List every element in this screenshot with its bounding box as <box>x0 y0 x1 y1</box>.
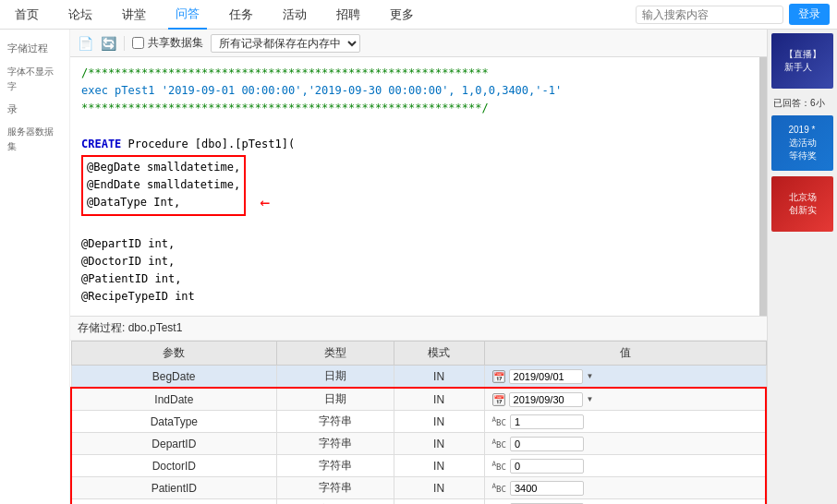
col-param: 参数 <box>71 342 276 366</box>
right-card-1-text: 【直播】新手人 <box>782 46 823 76</box>
param-table: 参数 类型 模式 值 BegDate日期IN📅▼IndDate日期IN📅▼Dat… <box>70 341 767 504</box>
code-exec-line: exec pTest1 '2019-09-01 00:00:00','2019-… <box>81 82 748 100</box>
param-table-wrapper[interactable]: 参数 类型 模式 值 BegDate日期IN📅▼IndDate日期IN📅▼Dat… <box>70 341 767 504</box>
param-value-cell: ABC <box>484 411 766 433</box>
param-enddate: @EndDate smalldatetime, <box>87 176 240 194</box>
procedure-def: Procedure [dbo].[pTest1]( <box>128 138 296 150</box>
param-type-cell: 字符串 <box>276 477 394 499</box>
right-card-3[interactable]: 北京场创新实 <box>771 176 833 232</box>
right-reply-label: 已回答：6小 <box>771 94 833 112</box>
sidebar-label-3: 录 <box>0 98 69 122</box>
nav-jobs[interactable]: 招聘 <box>329 1 368 29</box>
share-dataset-input[interactable] <box>132 37 144 49</box>
param-name-cell: IndDate <box>71 388 276 411</box>
param-name-cell: DepartID <box>71 433 276 455</box>
nav-activities[interactable]: 活动 <box>275 1 314 29</box>
param-value-cell: ABC <box>484 499 766 505</box>
sidebar-label-4: 服务器数据集 <box>0 121 69 158</box>
bottom-header: 存储过程: dbo.pTest1 <box>70 317 767 341</box>
col-type: 类型 <box>276 342 394 366</box>
param-recipetypeid: @RecipeTypeID int <box>81 288 748 306</box>
memory-option-select[interactable]: 所有记录都保存在内存中 <box>211 34 360 53</box>
param-value-cell: ABC <box>484 477 766 499</box>
top-navigation: 首页 论坛 讲堂 问答 任务 活动 招聘 更多 登录 <box>0 0 837 30</box>
nav-tasks[interactable]: 任务 <box>222 1 261 29</box>
text-type-icon: ABC <box>492 482 506 494</box>
param-doctorid: @DoctorID int, <box>81 253 748 270</box>
nav-lectures[interactable]: 讲堂 <box>115 1 153 29</box>
param-mode-cell: IN <box>394 477 484 499</box>
text-type-icon: ABC <box>492 415 506 427</box>
nav-qa[interactable]: 问答 <box>168 0 207 30</box>
text-type-icon: ABC <box>492 438 506 450</box>
left-sidebar: 字储过程 字体不显示字 录 服务器数据集 <box>0 30 70 504</box>
param-name-cell: DataType <box>71 411 276 433</box>
sidebar-label-1: 字储过程 <box>0 37 69 61</box>
param-mode-cell: IN <box>394 366 484 389</box>
main-layout: 字储过程 字体不显示字 录 服务器数据集 📄 🔄 共享数据集 所有记录都保存在内… <box>0 30 837 504</box>
right-card-2[interactable]: 2019 *选活动等待奖 <box>771 115 833 171</box>
param-name-cell: BegDate <box>71 366 276 389</box>
param-type-cell: 字符串 <box>276 499 394 505</box>
param-datatype: @DataType Int, <box>87 194 240 211</box>
code-blank-1 <box>81 118 748 136</box>
param-value-cell: ABC <box>484 433 766 455</box>
text-value-input[interactable] <box>510 414 584 429</box>
search-input[interactable] <box>636 6 783 24</box>
table-row: PatientID字符串INABC <box>71 477 766 499</box>
center-panel: 📄 🔄 共享数据集 所有记录都保存在内存中 /*****************… <box>70 30 767 504</box>
nav-search-area: 登录 <box>436 4 830 25</box>
param-mode-cell: IN <box>394 455 484 477</box>
refresh-icon[interactable]: 🔄 <box>101 36 116 51</box>
param-value-cell[interactable]: 📅▼ <box>484 366 766 389</box>
param-mode-cell: IN <box>394 411 484 433</box>
nav-home[interactable]: 首页 <box>7 1 46 29</box>
param-begdate: @BegDate smalldatetime, <box>87 159 240 176</box>
right-card-2-text: 2019 *选活动等待奖 <box>787 122 819 164</box>
text-type-icon: ABC <box>492 460 506 472</box>
date-icon: 📅 <box>492 393 505 406</box>
login-button[interactable]: 登录 <box>789 4 830 25</box>
create-keyword: CREATE <box>81 138 121 150</box>
nav-forum[interactable]: 论坛 <box>61 1 100 29</box>
right-card-1[interactable]: 【直播】新手人 <box>771 33 833 89</box>
code-comment-1: /***************************************… <box>81 65 748 82</box>
table-row: IndDate日期IN📅▼ <box>71 388 766 411</box>
toolbar: 📄 🔄 共享数据集 所有记录都保存在内存中 <box>70 30 767 57</box>
date-value-input[interactable] <box>509 369 583 384</box>
param-name-cell: DoctorID <box>71 455 276 477</box>
table-row: RecipeTypeID字符串INABC <box>71 499 766 505</box>
file-icon[interactable]: 📄 <box>78 36 93 51</box>
col-value: 值 <box>484 342 766 366</box>
nav-more[interactable]: 更多 <box>382 1 421 29</box>
code-editor[interactable]: /***************************************… <box>70 57 767 316</box>
right-card-3-text: 北京场创新实 <box>787 189 819 219</box>
param-type-cell: 字符串 <box>276 455 394 477</box>
right-sidebar: 【直播】新手人 已回答：6小 2019 *选活动等待奖 北京场创新实 <box>767 30 837 504</box>
table-row: DataType字符串INABC <box>71 411 766 433</box>
param-type-cell: 字符串 <box>276 411 394 433</box>
param-departid: @DepartID int, <box>81 235 748 253</box>
param-value-cell: ABC <box>484 455 766 477</box>
col-mode: 模式 <box>394 342 484 366</box>
text-value-input[interactable] <box>510 437 584 451</box>
param-mode-cell: IN <box>394 388 484 411</box>
param-type-cell: 日期 <box>276 388 394 411</box>
date-icon: 📅 <box>492 370 505 383</box>
code-blank-3 <box>81 306 748 316</box>
date-value-input[interactable] <box>509 392 583 407</box>
param-type-cell: 字符串 <box>276 433 394 455</box>
text-value-input[interactable] <box>510 459 584 474</box>
code-blank-2 <box>81 218 748 235</box>
dropdown-arrow-icon[interactable]: ▼ <box>587 395 594 403</box>
param-mode-cell: IN <box>394 499 484 505</box>
text-value-input[interactable] <box>510 481 584 496</box>
param-patientid: @PatientID int, <box>81 270 748 288</box>
bottom-panel: 存储过程: dbo.pTest1 参数 类型 模式 值 BegDate <box>70 316 767 504</box>
table-row: DepartID字符串INABC <box>71 433 766 455</box>
share-dataset-checkbox[interactable]: 共享数据集 <box>132 35 203 51</box>
editor-container: /***************************************… <box>70 57 767 504</box>
dropdown-arrow-icon[interactable]: ▼ <box>587 372 594 380</box>
param-value-cell[interactable]: 📅▼ <box>484 388 766 411</box>
code-create-line: CREATE Procedure [dbo].[pTest1]( <box>81 136 748 153</box>
